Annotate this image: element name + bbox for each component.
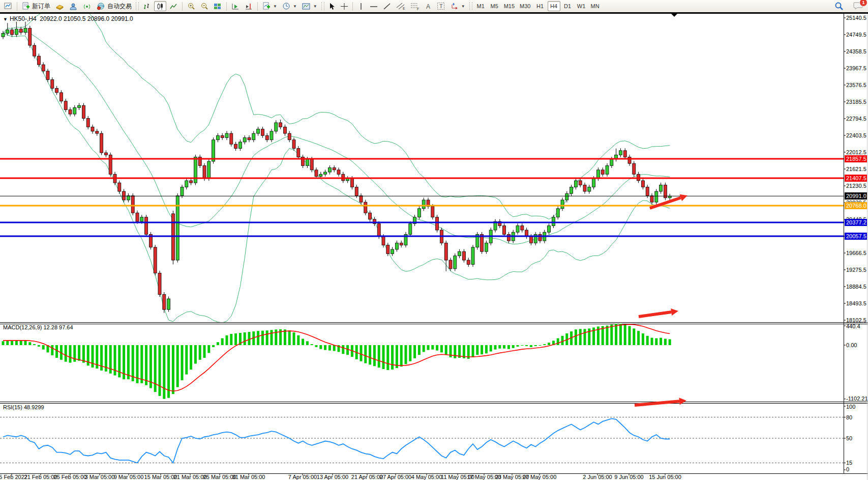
toolbar-separator bbox=[352, 2, 353, 11]
candlestick-icon bbox=[156, 3, 164, 10]
dropdown-arrow-icon: ▼ bbox=[313, 4, 317, 9]
toolbar-grip bbox=[469, 2, 472, 10]
arrows-tool-button[interactable]: ▼ bbox=[448, 1, 467, 11]
auto-scroll-button[interactable] bbox=[229, 1, 242, 11]
crosshair-tool-button[interactable] bbox=[339, 1, 350, 11]
bar-chart-mode-button[interactable] bbox=[141, 1, 153, 11]
account-person-icon bbox=[69, 3, 78, 10]
add-indicator-icon bbox=[262, 2, 271, 10]
new-order-button[interactable]: 新订单 bbox=[20, 1, 52, 11]
auto-trading-label: 自动交易 bbox=[107, 2, 132, 11]
tile-windows-button[interactable] bbox=[212, 1, 224, 11]
text-label-icon: T bbox=[437, 2, 445, 10]
timeframe-M5[interactable]: M5 bbox=[488, 1, 501, 11]
auto-trading-button[interactable]: 自动交易 bbox=[95, 1, 134, 11]
notifications-button[interactable]: 1 bbox=[853, 1, 863, 12]
macd-pane bbox=[2, 324, 671, 399]
chart-window-button[interactable] bbox=[2, 1, 14, 11]
svg-text:E: E bbox=[403, 7, 405, 10]
cursor-icon bbox=[328, 3, 336, 10]
zoom-out-icon bbox=[200, 2, 208, 10]
candlestick-mode-button[interactable] bbox=[154, 1, 166, 11]
bollinger-bands bbox=[3, 3, 670, 323]
timeframe-W1[interactable]: W1 bbox=[575, 1, 588, 11]
new-order-icon bbox=[22, 2, 30, 10]
history-center-button[interactable] bbox=[53, 1, 66, 11]
zoom-in-button[interactable] bbox=[185, 1, 197, 11]
annotation-arrow[interactable] bbox=[639, 308, 678, 317]
svg-text:F: F bbox=[417, 7, 419, 10]
zoom-in-icon bbox=[187, 2, 195, 10]
line-chart-mode-button[interactable] bbox=[167, 1, 179, 11]
macd-signal-line bbox=[3, 324, 670, 391]
ohlc-bars-icon bbox=[143, 3, 151, 10]
toolbar-grip bbox=[321, 2, 324, 10]
search-icon bbox=[834, 2, 844, 11]
template-icon bbox=[302, 3, 311, 10]
search-button[interactable] bbox=[832, 1, 846, 11]
signal-waves-icon bbox=[83, 3, 92, 10]
channel-tool-button[interactable]: E bbox=[394, 1, 407, 11]
dropdown-arrow-icon: ▼ bbox=[273, 4, 277, 9]
rsi-line bbox=[3, 418, 670, 463]
toolbar-right-group: 1 bbox=[832, 1, 863, 12]
cursor-tool-button[interactable] bbox=[326, 1, 338, 11]
signal-button[interactable] bbox=[81, 1, 94, 11]
text-icon: A bbox=[425, 3, 432, 10]
clock-icon bbox=[282, 2, 290, 10]
notification-badge: 1 bbox=[859, 0, 867, 7]
timeframe-group: M1M5M15M30H1H4D1W1MN bbox=[474, 1, 602, 11]
equidistant-channel-icon: E bbox=[396, 2, 405, 10]
tile-windows-icon bbox=[214, 3, 222, 10]
main-toolbar: 新订单 自动交易 bbox=[0, 0, 868, 12]
candlesticks bbox=[2, 22, 671, 313]
periods-button[interactable]: ▼ bbox=[280, 1, 299, 11]
toolbar-grip bbox=[136, 2, 139, 10]
horizontal-line-icon bbox=[370, 3, 378, 10]
timeframe-M1[interactable]: M1 bbox=[474, 1, 487, 11]
svg-text:A: A bbox=[426, 3, 430, 10]
toolbar-separator bbox=[17, 2, 17, 11]
dropdown-arrow-icon: ▼ bbox=[293, 4, 297, 9]
annotation-arrow[interactable] bbox=[635, 398, 686, 405]
vertical-line-tool-button[interactable] bbox=[355, 1, 367, 11]
trendline-icon bbox=[383, 3, 391, 10]
templates-button[interactable]: ▼ bbox=[300, 1, 319, 11]
zoom-out-button[interactable] bbox=[198, 1, 211, 11]
chart-window-icon bbox=[4, 2, 12, 10]
shapes-arrows-icon bbox=[451, 3, 459, 10]
vertical-line-icon bbox=[358, 3, 364, 10]
dropdown-arrow-icon: ▼ bbox=[461, 4, 465, 9]
text-label-tool-button[interactable]: T bbox=[435, 1, 447, 11]
toolbar-separator bbox=[257, 2, 258, 11]
chart-canvas[interactable] bbox=[0, 0, 868, 480]
chart-shift-button[interactable] bbox=[243, 1, 255, 11]
toolbar-separator bbox=[226, 2, 227, 11]
line-chart-icon bbox=[169, 3, 177, 10]
chart-shift-marker[interactable] bbox=[671, 14, 677, 17]
indicators-button[interactable]: ▼ bbox=[260, 1, 279, 11]
horizontal-price-lines[interactable] bbox=[0, 159, 844, 236]
timeframe-H1[interactable]: H1 bbox=[534, 1, 547, 11]
timeframe-H4[interactable]: H4 bbox=[548, 1, 560, 11]
auto-trading-icon bbox=[97, 3, 105, 10]
rsi-pane bbox=[0, 417, 844, 463]
svg-text:T: T bbox=[439, 3, 443, 9]
text-tool-button[interactable]: A bbox=[423, 1, 434, 11]
crosshair-icon bbox=[341, 3, 348, 10]
horizontal-line-tool-button[interactable] bbox=[368, 1, 380, 11]
chart-shift-icon bbox=[245, 3, 253, 10]
toolbar-separator bbox=[182, 2, 183, 11]
gold-box-icon bbox=[55, 3, 64, 10]
account-button[interactable] bbox=[67, 1, 80, 11]
fibonacci-icon: F bbox=[410, 2, 420, 10]
fibonacci-tool-button[interactable]: F bbox=[408, 1, 422, 11]
timeframe-M15[interactable]: M15 bbox=[502, 1, 517, 11]
trendline-tool-button[interactable] bbox=[381, 1, 393, 11]
timeframe-D1[interactable]: D1 bbox=[561, 1, 574, 11]
auto-scroll-icon bbox=[231, 3, 240, 10]
timeframe-MN[interactable]: MN bbox=[589, 1, 602, 11]
chart-window-top-border bbox=[0, 12, 868, 14]
timeframe-M30[interactable]: M30 bbox=[518, 1, 532, 11]
new-order-label: 新订单 bbox=[32, 2, 50, 11]
